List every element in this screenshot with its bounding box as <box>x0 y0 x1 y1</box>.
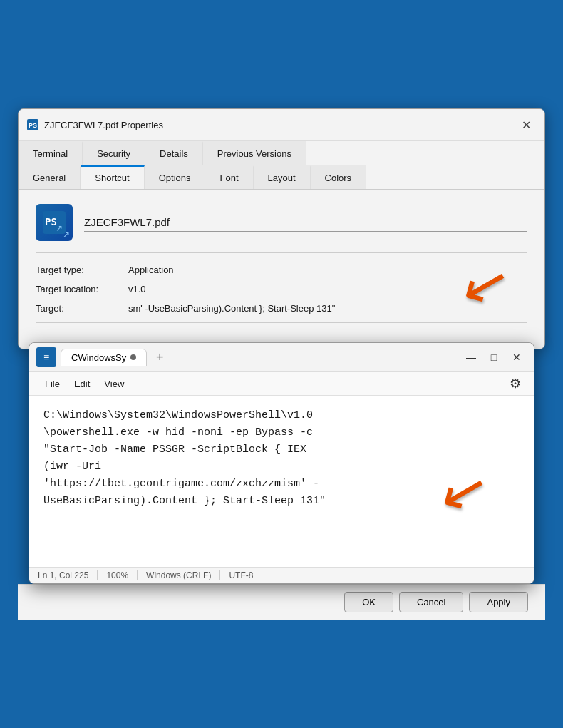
minimize-button[interactable]: — <box>461 347 481 367</box>
target-type-label: Target type: <box>36 265 128 275</box>
window-title: ZJECF3FWL7.pdf Properties <box>44 120 163 130</box>
target-label: Target: <box>36 303 128 314</box>
target-type-row: Target type: Application <box>36 265 527 275</box>
cancel-button[interactable]: Cancel <box>399 592 463 612</box>
target-type-value: Application <box>128 265 527 275</box>
maximize-button[interactable]: □ <box>484 347 504 367</box>
notepad-status-bar: Ln 1, Col 225 100% Windows (CRLF) UTF-8 <box>29 567 534 583</box>
notepad-text-content[interactable]: C:\Windows\System32\WindowsPowerShell\v1… <box>29 396 534 567</box>
notepad-menu-bar: File Edit View ⚙ <box>29 372 534 396</box>
notepad-title-bar: ≡ CWindowsSy + — □ ✕ <box>29 343 534 372</box>
notepad-window-controls: — □ ✕ <box>461 347 527 367</box>
encoding: UTF-8 <box>220 570 262 580</box>
title-bar: PS ZJECF3FWL7.pdf Properties ✕ <box>19 109 544 141</box>
tab-modified-dot <box>130 354 136 360</box>
file-name-input[interactable] <box>84 213 527 232</box>
menu-edit[interactable]: Edit <box>67 376 97 392</box>
notepad-new-tab-button[interactable]: + <box>150 347 170 367</box>
cursor-position: Ln 1, Col 225 <box>38 570 98 580</box>
notepad-tab[interactable]: CWindowsSy <box>61 349 147 366</box>
properties-content: PS ↗ Target type: Application Target loc… <box>19 190 544 349</box>
file-header: PS ↗ <box>36 204 527 241</box>
properties-window: PS ZJECF3FWL7.pdf Properties ✕ Terminal … <box>18 108 545 349</box>
notepad-icon-symbol: ≡ <box>43 352 49 363</box>
tab-general[interactable]: General <box>19 165 81 189</box>
apply-button[interactable]: Apply <box>469 592 528 612</box>
tab-details[interactable]: Details <box>145 141 203 165</box>
svg-text:↗: ↗ <box>56 223 63 233</box>
separator-2 <box>36 322 527 323</box>
zoom-level: 100% <box>98 570 138 580</box>
notepad-settings-button[interactable]: ⚙ <box>505 374 525 394</box>
tabs-row-2: General Shortcut Options Font Layout Col… <box>19 165 544 190</box>
target-row: Target: sm' -UseBasicParsing).Content };… <box>36 303 527 314</box>
tab-colors[interactable]: Colors <box>311 165 367 189</box>
title-bar-left: PS ZJECF3FWL7.pdf Properties <box>27 119 163 130</box>
powershell-icon: PS ↗ <box>43 211 66 234</box>
menu-file[interactable]: File <box>38 376 67 392</box>
tab-shortcut[interactable]: Shortcut <box>81 165 144 189</box>
svg-text:PS: PS <box>29 122 37 129</box>
notepad-icon: ≡ <box>36 347 56 367</box>
target-value: sm' -UseBasicParsing).Content }; Start-S… <box>128 303 527 314</box>
menu-view[interactable]: View <box>97 376 131 392</box>
close-button[interactable]: ✕ <box>516 115 536 135</box>
bottom-buttons: OK Cancel Apply <box>18 584 545 620</box>
ok-button[interactable]: OK <box>344 592 393 612</box>
tab-security[interactable]: Security <box>83 141 145 165</box>
target-location-row: Target location: v1.0 <box>36 284 527 294</box>
tab-options[interactable]: Options <box>145 165 206 189</box>
line-ending: Windows (CRLF) <box>138 570 220 580</box>
properties-grid: Target type: Application Target location… <box>36 265 527 314</box>
target-location-value: v1.0 <box>128 284 527 294</box>
notepad-window: ≡ CWindowsSy + — □ ✕ File Edit View ⚙ C:… <box>29 342 534 584</box>
notepad-close-button[interactable]: ✕ <box>507 347 527 367</box>
file-icon: PS ↗ <box>36 204 73 241</box>
target-location-label: Target location: <box>36 284 128 294</box>
tab-terminal[interactable]: Terminal <box>19 141 83 165</box>
separator-1 <box>36 252 527 253</box>
tab-font[interactable]: Font <box>205 165 253 189</box>
notepad-tab-label: CWindowsSy <box>71 352 126 363</box>
tab-previous-versions[interactable]: Previous Versions <box>203 141 306 165</box>
tabs-row-1: Terminal Security Details Previous Versi… <box>19 141 544 165</box>
tab-layout[interactable]: Layout <box>254 165 311 189</box>
pdf-icon: PS <box>27 119 38 130</box>
